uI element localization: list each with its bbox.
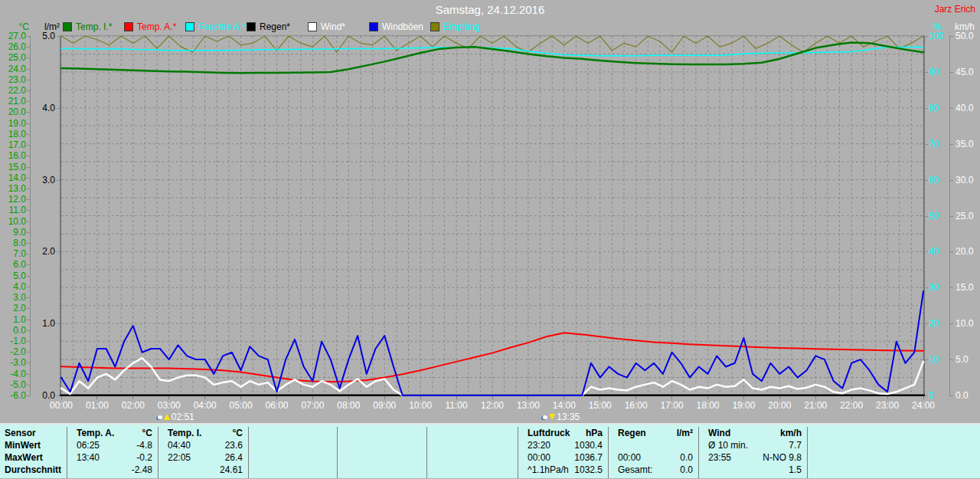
stat-value <box>512 451 518 464</box>
temp-axis-tick-label: 25.0 <box>8 53 26 62</box>
sensor-name <box>338 427 347 439</box>
time-tick-label: 24:00 <box>906 400 940 411</box>
rain-axis: 5.04.03.02.01.00.0 <box>31 35 60 396</box>
humidity-axis-tick-label: 90 <box>929 67 939 77</box>
hour-tickmark <box>168 396 169 399</box>
temp-axis-tickmark <box>27 156 30 156</box>
temp-axis-tickmark <box>27 330 30 331</box>
stat-time: 23:55 <box>699 451 731 464</box>
stat-value: 26.4 <box>225 451 248 464</box>
legend-item-temp-i[interactable]: Temp. I.* <box>63 21 124 32</box>
temp-axis-tick-label: 27.0 <box>8 31 26 41</box>
temp-axis-tick-label: 7.0 <box>13 249 26 258</box>
hour-tickmark <box>815 396 816 399</box>
stats-column-empty-4 <box>427 427 518 478</box>
humidity-axis-tickmark <box>925 359 928 360</box>
sensor-unit: °C <box>233 427 248 439</box>
time-tick-label: 15:00 <box>583 400 617 411</box>
temp-axis-tick-label: 22.0 <box>8 86 26 95</box>
hour-tickmark <box>456 396 457 399</box>
stat-value: 24.61 <box>220 464 248 476</box>
stats-cell <box>338 439 426 451</box>
wind-axis-tick-label: 35.0 <box>956 139 973 149</box>
legend: Temp. I.*Temp. A.*Feuchte A.*Regen*Wind*… <box>60 21 925 32</box>
temp-axis-tick-label: 9.0 <box>13 228 26 237</box>
wind-axis-tickmark <box>950 251 953 252</box>
wind-axis-tickmark <box>950 323 953 324</box>
stat-value <box>512 464 518 476</box>
stat-value: -4.8 <box>136 439 158 451</box>
hour-tickmark <box>348 396 349 399</box>
time-tick-label: 17:00 <box>655 400 689 411</box>
hour-tickmark <box>96 396 97 399</box>
temp-axis-tickmark <box>27 341 30 342</box>
stats-cell: Gesamt:0.0 <box>609 464 698 476</box>
legend-item-wind[interactable]: Wind* <box>308 21 369 32</box>
stat-value <box>421 451 426 464</box>
stat-time: 04:40 <box>158 439 191 451</box>
sensor-name <box>427 427 436 439</box>
stats-column-header <box>427 427 518 439</box>
empfang-swatch-icon <box>430 22 439 31</box>
temp-axis-tickmark <box>27 276 30 277</box>
stat-value: 23.6 <box>225 439 248 451</box>
sensor-name: Temp. I. <box>158 427 201 439</box>
stats-cell: 23:201030.4 <box>518 439 608 451</box>
marker-time-label: 13:35 <box>557 412 580 422</box>
hour-tickmark <box>923 396 924 399</box>
temp-axis-tick-label: 6.0 <box>13 260 26 269</box>
stat-time: Ø 10 min. <box>699 439 748 451</box>
wind-axis-tick-label: 45.0 <box>956 67 973 77</box>
legend-item-temp-a[interactable]: Temp. A.* <box>124 21 185 32</box>
stats-cell <box>249 439 337 451</box>
stats-cell: 06:25-4.8 <box>67 439 158 451</box>
temp-axis-tickmark <box>27 308 30 309</box>
temp-axis-tick-label: 11.0 <box>9 205 26 215</box>
regen-swatch-icon <box>247 22 256 31</box>
wind-axis-tick-label: 5.0 <box>956 355 969 364</box>
temp-axis-tick-label: 14.0 <box>8 173 26 182</box>
stats-table: SensorMinWertMaxWertDurchschnittTemp. A.… <box>0 423 980 478</box>
stat-value: N-NO 9.8 <box>763 451 807 464</box>
stat-time <box>249 464 258 476</box>
stat-time <box>67 464 77 476</box>
time-tick-label: 10:00 <box>403 400 437 411</box>
humidity-axis-tick-label: 70 <box>929 139 939 149</box>
stats-row-label: Sensor <box>0 427 67 439</box>
temp-axis-tick-label: 24.0 <box>8 64 26 74</box>
stats-column-header: LuftdruckhPa <box>518 427 608 439</box>
legend-label: Windböen <box>382 21 423 32</box>
time-tick-label: 04:00 <box>188 400 222 411</box>
temp-axis-tick-label: 13.0 <box>8 184 26 193</box>
stats-cell: 04:4023.6 <box>158 439 248 451</box>
hour-tickmark <box>599 396 600 399</box>
legend-label: Wind* <box>321 21 345 32</box>
hour-tickmark <box>635 396 636 399</box>
chart-area: 27.026.025.024.023.022.021.020.019.018.0… <box>0 35 980 396</box>
moon-icon <box>543 415 547 419</box>
humidity-axis-tickmark <box>925 323 928 324</box>
stat-time: 06:25 <box>67 439 100 451</box>
hour-tickmark <box>312 396 313 399</box>
legend-item-windboeen[interactable]: Windböen <box>369 21 430 32</box>
temp-axis-tickmark <box>27 178 30 179</box>
legend-item-feuchte-a[interactable]: Feuchte A.* <box>185 21 247 32</box>
stat-value: 0.0 <box>680 451 698 464</box>
hour-tickmark <box>420 396 421 399</box>
temp-axis-tickmark <box>27 352 30 353</box>
temp-axis-tick-label: 26.0 <box>8 42 26 51</box>
temp-axis-tick-label: 1.0 <box>13 315 26 324</box>
stat-value <box>332 439 337 451</box>
hour-tickmark <box>887 396 888 399</box>
sensor-name: Wind <box>699 427 730 439</box>
arrow-down-icon <box>549 414 555 420</box>
time-tick-label: 22:00 <box>835 400 868 411</box>
legend-item-empfang[interactable]: Empfang <box>430 21 492 32</box>
stat-value: -0.2 <box>136 451 158 464</box>
time-tick-label: 23:00 <box>871 400 904 411</box>
sensor-name: Luftdruck <box>518 427 570 439</box>
stats-cell: 00:001036.7 <box>518 451 608 464</box>
sensor-unit <box>421 427 426 439</box>
stat-value <box>421 439 426 451</box>
legend-item-regen[interactable]: Regen* <box>247 21 308 32</box>
